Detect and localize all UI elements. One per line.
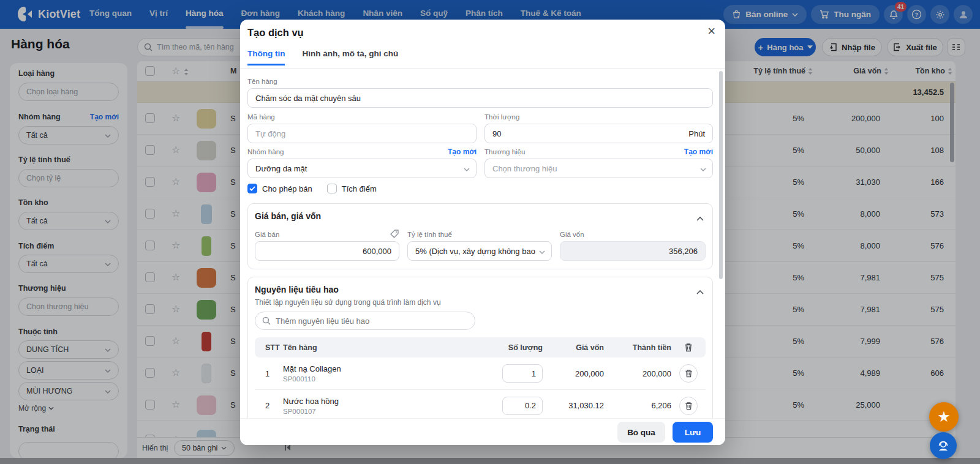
ten-hang-input[interactable] — [255, 94, 705, 103]
thuong-hieu-create-link[interactable]: Tạo mới — [684, 148, 713, 156]
material-qty-input[interactable] — [502, 397, 543, 415]
material-row: 2 Nước hoa hồng SP000107 31,030.12 6,206 — [255, 389, 706, 418]
thoi-luong-input[interactable] — [492, 129, 688, 138]
material-row: 1 Mặt nạ Collagen SP000110 200,000 200,0… — [255, 357, 706, 389]
gia-ban-field-wrap — [255, 241, 399, 261]
materials-search — [255, 312, 475, 330]
price-section-title: Giá bán, giá vốn — [255, 211, 321, 221]
search-icon — [262, 316, 271, 325]
tab-thong-tin[interactable]: Thông tin — [247, 49, 285, 65]
duration-unit: Phút — [688, 129, 705, 138]
favorites-fab[interactable]: ★ — [929, 402, 959, 432]
thuong-hieu-label: Thương hiệu — [484, 148, 525, 155]
close-icon[interactable]: × — [707, 24, 715, 38]
chevron-up-icon[interactable] — [696, 286, 704, 297]
material-name: Mặt nạ Collagen — [283, 364, 484, 373]
ma-hang-label: Mã hàng — [247, 113, 275, 121]
gia-ban-input[interactable] — [263, 247, 391, 256]
save-button[interactable]: Lưu — [673, 422, 713, 443]
materials-search-input[interactable] — [276, 316, 468, 326]
skip-button[interactable]: Bỏ qua — [617, 422, 665, 443]
nhom-hang-select[interactable]: Dưỡng da mặt — [247, 159, 477, 178]
material-sku: SP000107 — [283, 408, 484, 415]
star-icon: ★ — [937, 408, 951, 425]
support-fab[interactable] — [930, 432, 957, 459]
thuong-hieu-select[interactable]: Chọn thương hiệu — [484, 159, 713, 178]
material-name: Nước hoa hồng — [283, 397, 484, 406]
gia-ban-label: Giá bán — [255, 231, 279, 238]
ma-hang-input[interactable] — [255, 129, 469, 138]
materials-table-header: STT Tên hàng Số lượng Giá vốn Thành tiền — [255, 337, 706, 357]
materials-subtitle: Thiết lập nguyên liệu sử dụng trong quá … — [255, 298, 441, 307]
nhom-hang-label: Nhóm hàng — [247, 148, 284, 155]
headset-support-icon — [936, 438, 951, 453]
thoi-luong-label: Thời lượng — [484, 113, 519, 121]
ten-hang-field-wrap — [247, 88, 713, 108]
create-service-dialog: Tạo dịch vụ × Thông tin Hình ảnh, mô tả,… — [240, 20, 725, 445]
nhom-hang-create-link[interactable]: Tạo mới — [448, 148, 477, 156]
material-sku: SP000110 — [283, 375, 484, 383]
dialog-title: Tạo dịch vụ — [247, 27, 304, 39]
materials-section-title: Nguyên liệu tiêu hao — [255, 285, 339, 294]
chevron-down-icon — [464, 164, 470, 173]
dialog-tabs: Thông tin Hình ảnh, mô tả, ghi chú — [247, 49, 398, 65]
dialog-body: Tên hàng Mã hàng Thời lượng Phút Nhóm hà… — [247, 69, 713, 418]
unchecked-checkbox-icon — [327, 184, 337, 193]
chevron-down-icon — [539, 247, 545, 256]
price-tag-icon[interactable] — [390, 230, 399, 238]
tax-rate-label: Tỷ lệ tính thuế — [407, 231, 452, 238]
delete-material-button[interactable] — [679, 397, 698, 415]
trash-icon — [685, 369, 693, 378]
gia-von-field: 356,206 — [560, 241, 706, 261]
options-row: Cho phép bán Tích điểm — [247, 184, 377, 193]
delete-material-button[interactable] — [679, 364, 698, 383]
price-section: Giá bán, giá vốn Giá bán Tỷ lệ tính thuế… — [247, 203, 713, 269]
trash-icon — [685, 402, 693, 410]
gia-von-label: Giá vốn — [560, 231, 584, 238]
chevron-down-icon — [700, 164, 706, 173]
materials-section: Nguyên liệu tiêu hao Thiết lập nguyên li… — [247, 277, 713, 418]
cho-phep-ban-checkbox[interactable]: Cho phép bán — [247, 184, 312, 193]
tax-rate-select[interactable]: 5% (Dịch vụ, xây dựng không bao t... — [407, 241, 552, 261]
tich-diem-checkbox[interactable]: Tích điểm — [327, 184, 377, 193]
trash-icon[interactable] — [671, 343, 706, 352]
tab-hinh-anh[interactable]: Hình ảnh, mô tả, ghi chú — [302, 49, 398, 65]
ma-hang-field-wrap — [247, 124, 477, 143]
dialog-footer: Bỏ qua Lưu — [240, 418, 725, 445]
chevron-up-icon[interactable] — [696, 212, 704, 223]
checked-checkbox-icon — [247, 184, 257, 193]
thoi-luong-field-wrap: Phút — [484, 124, 713, 143]
material-qty-input[interactable] — [502, 364, 543, 383]
ten-hang-label: Tên hàng — [247, 78, 277, 85]
modal-scrollbar[interactable] — [719, 71, 723, 279]
